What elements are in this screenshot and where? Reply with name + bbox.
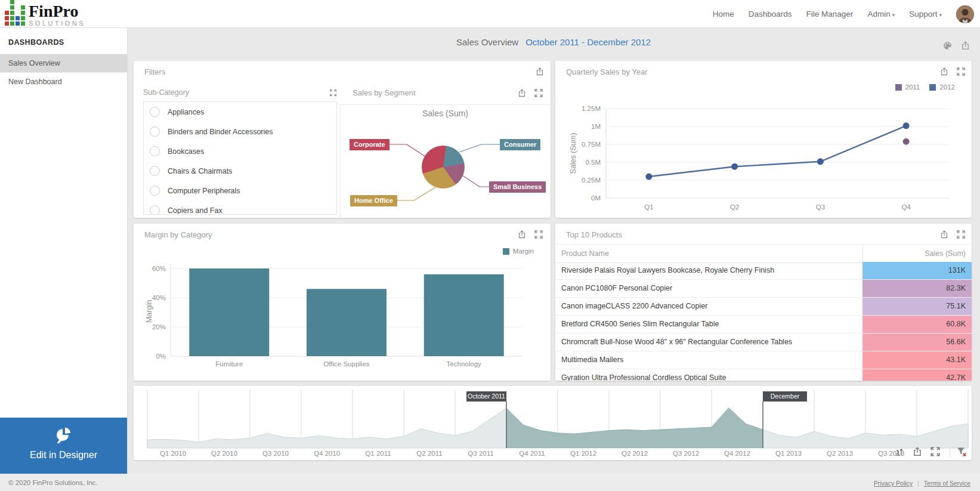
- margin-bar-chart[interactable]: 0%20%40%60%FurnitureOffice SuppliesTechn…: [134, 224, 551, 381]
- brand-logo[interactable]: FinPro SOLUTIONS: [5, 3, 85, 27]
- export-icon[interactable]: [939, 67, 949, 76]
- legend-item-2011[interactable]: 2011: [895, 84, 920, 91]
- table-row[interactable]: Canon PC1080F Personal Copier82.3K: [555, 280, 972, 298]
- radio-icon[interactable]: [150, 126, 160, 137]
- nav-home[interactable]: Home: [713, 10, 734, 18]
- logo-bar-column: [10, 0, 14, 26]
- sidebar: DASHBOARDS Sales Overview New Dashboard …: [0, 28, 127, 474]
- filter-option[interactable]: Copiers and Fax: [144, 200, 336, 215]
- export-icon[interactable]: [912, 446, 923, 457]
- range-start-tag[interactable]: October 2011: [466, 391, 506, 402]
- radio-icon[interactable]: [150, 146, 160, 156]
- svg-text:0.5M: 0.5M: [585, 159, 601, 166]
- filters-panel-title: Filters: [144, 67, 165, 76]
- time-range-area-chart[interactable]: Q1 2010Q2 2010Q3 2010Q4 2010Q1 2011Q2 20…: [134, 386, 972, 460]
- range-end-tag[interactable]: December 2012: [763, 391, 807, 402]
- product-name-cell: Canon PC1080F Personal Copier: [561, 280, 858, 297]
- sales-by-segment-title: Sales by Segment: [353, 88, 416, 97]
- legend-item-2012[interactable]: 2012: [929, 84, 955, 91]
- table-row[interactable]: Chromcraft Bull-Nose Wood 48" x 96" Rect…: [555, 333, 972, 351]
- radio-icon[interactable]: [150, 186, 160, 196]
- svg-text:Q3 2011: Q3 2011: [468, 450, 493, 457]
- app-root: FinPro SOLUTIONS Home Dashboards File Ma…: [0, 0, 980, 491]
- sales-by-segment-pie[interactable]: [422, 146, 465, 189]
- product-name-cell: Bretford CR4500 Series Slim Rectangular …: [561, 316, 858, 333]
- svg-text:Q4 2011: Q4 2011: [519, 450, 545, 457]
- expand-icon[interactable]: [534, 88, 543, 98]
- page-footer: © 2020 FinPro Solutions, Inc. Privacy Po…: [0, 474, 980, 491]
- pie-label-corporate[interactable]: Corporate: [350, 139, 389, 150]
- table-row[interactable]: Bretford CR4500 Series Slim Rectangular …: [555, 316, 972, 333]
- subcategory-filter-title: Sub-Category: [143, 88, 189, 97]
- legend-item-margin[interactable]: Margin: [503, 248, 534, 255]
- svg-text:Q2 2013: Q2 2013: [827, 450, 853, 457]
- expand-icon[interactable]: [329, 89, 337, 97]
- filter-option[interactable]: Chairs & Chairmats: [144, 161, 336, 181]
- sidebar-item-sales-overview[interactable]: Sales Overview: [0, 54, 127, 72]
- chevron-down-icon: ▾: [939, 12, 942, 18]
- nav-support[interactable]: Support▾: [909, 10, 942, 18]
- expand-icon[interactable]: [956, 230, 966, 239]
- column-header-sales-sum[interactable]: Sales (Sum): [862, 245, 972, 263]
- column-header-product-name[interactable]: Product Name: [561, 245, 609, 263]
- bar-technology[interactable]: [424, 274, 504, 356]
- pie-label-home-office[interactable]: Home Office: [350, 195, 397, 206]
- edit-in-designer-button[interactable]: Edit in Designer: [0, 418, 127, 474]
- divider: [950, 446, 950, 457]
- table-row[interactable]: Multimedia Mailers43.1K: [555, 351, 972, 369]
- clear-filter-icon[interactable]: [956, 446, 967, 457]
- radio-icon[interactable]: [150, 166, 160, 176]
- expand-icon[interactable]: [534, 230, 543, 239]
- legend-swatch-2012: [929, 84, 936, 91]
- user-avatar[interactable]: [956, 5, 974, 23]
- export-icon[interactable]: [939, 230, 949, 239]
- svg-text:0.75M: 0.75M: [582, 141, 601, 148]
- sidebar-item-new-dashboard[interactable]: New Dashboard: [0, 72, 127, 91]
- table-row[interactable]: Canon imageCLASS 2200 Advanced Copier75.…: [555, 298, 972, 316]
- nav-file-manager[interactable]: File Manager: [806, 10, 854, 18]
- svg-text:Q4: Q4: [901, 203, 911, 211]
- sales-value-cell: 60.8K: [862, 316, 972, 333]
- table-header: Product Name Sales (Sum): [555, 244, 972, 263]
- filter-option[interactable]: Bookcases: [144, 141, 336, 161]
- expand-icon[interactable]: [956, 67, 966, 76]
- bar-furniture[interactable]: [189, 268, 269, 356]
- table-row[interactable]: Riverside Palais Royal Lawyers Bookcase,…: [555, 262, 972, 280]
- svg-text:Q3 2012: Q3 2012: [673, 450, 699, 457]
- product-name-cell: Chromcraft Bull-Nose Wood 48" x 96" Rect…: [561, 333, 858, 351]
- nav-dashboards[interactable]: Dashboards: [749, 10, 792, 18]
- filter-option[interactable]: Appliances: [144, 102, 336, 122]
- pie-label-small-business[interactable]: Small Business: [489, 181, 546, 193]
- quarterly-sales-title: Quarterly Sales by Year: [566, 67, 648, 76]
- subcategory-filter-list: AppliancesBinders and Binder Accessories…: [143, 101, 337, 215]
- sales-value-cell: 43.1K: [862, 351, 972, 369]
- product-name-cell: Multimedia Mailers: [561, 351, 858, 369]
- palette-icon[interactable]: [942, 41, 953, 51]
- svg-text:Q1 2011: Q1 2011: [365, 450, 391, 457]
- y-axis-label: Margin: [145, 276, 153, 347]
- terms-of-service-link[interactable]: Terms of Service: [924, 480, 970, 487]
- expand-icon[interactable]: [930, 446, 941, 457]
- bar-office-supplies[interactable]: [307, 289, 387, 356]
- export-icon[interactable]: [960, 41, 970, 51]
- sales-value-cell: 82.3K: [862, 280, 972, 297]
- export-icon[interactable]: [517, 230, 527, 239]
- radio-icon[interactable]: [150, 107, 160, 117]
- dashboard-date-range[interactable]: October 2011 - December 2012: [525, 37, 651, 47]
- privacy-policy-link[interactable]: Privacy Policy: [874, 480, 913, 487]
- radio-icon[interactable]: [150, 205, 160, 215]
- designer-pie-pencil-icon: [53, 425, 75, 445]
- export-icon[interactable]: [535, 67, 545, 76]
- dashboard-title: Sales Overview: [456, 37, 518, 47]
- copyright-text: © 2020 FinPro Solutions, Inc.: [8, 479, 98, 486]
- table-row[interactable]: Gyration Ultra Professional Cordless Opt…: [555, 369, 972, 381]
- nav-admin[interactable]: Admin▾: [867, 10, 895, 18]
- pie-label-consumer[interactable]: Consumer: [500, 139, 540, 150]
- filter-option[interactable]: Computer Peripherals: [144, 181, 336, 200]
- value-axis-icon[interactable]: 1: [894, 446, 905, 457]
- logo-bar-column: [21, 5, 25, 26]
- export-icon[interactable]: [517, 88, 527, 98]
- filter-option[interactable]: Binders and Binder Accessories: [144, 122, 336, 141]
- svg-text:1: 1: [896, 449, 899, 456]
- pie-chart-title: Sales (Sum): [340, 109, 551, 118]
